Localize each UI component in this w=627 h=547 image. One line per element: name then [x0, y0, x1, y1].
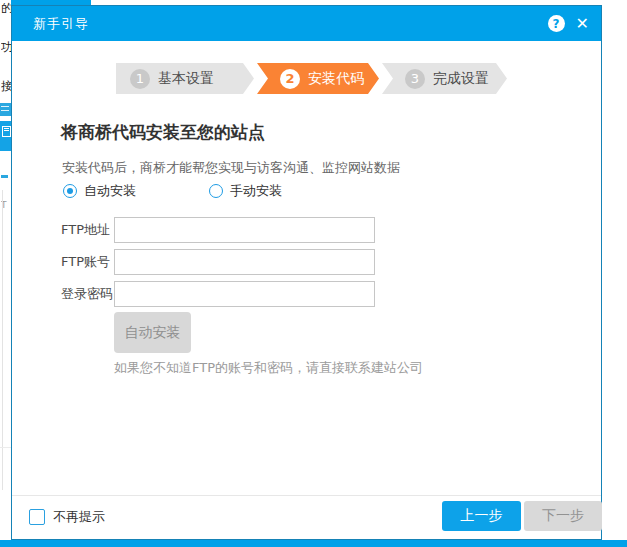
ftp-address-row: FTP地址 [61, 217, 375, 243]
newbie-guide-dialog: 新手引导 ? ✕ 1 基本设置 2 安装代码 3 完成设置 将商桥代码安装至您的… [11, 5, 602, 540]
ftp-address-input[interactable] [114, 217, 375, 243]
radio-label: 自动安装 [84, 182, 136, 200]
step-number-badge: 2 [280, 69, 300, 89]
bg-divider [0, 447, 11, 448]
bg-text-fragment: 接在 [1, 78, 11, 95]
bg-divider [2, 190, 3, 490]
page-subtitle: 安装代码后，商桥才能帮您实现与访客沟通、监控网站数据 [62, 159, 400, 177]
bg-toolbar-fragment [0, 103, 11, 116]
next-step-button[interactable]: 下一步 [524, 501, 602, 531]
radio-auto-install[interactable]: 自动安装 [63, 182, 136, 200]
ftp-hint-text: 如果您不知道FTP的账号和密码，请直接联系建站公司 [114, 359, 423, 377]
ftp-address-label: FTP地址 [61, 221, 114, 239]
radio-unselected-icon[interactable] [209, 184, 223, 198]
dont-remind-checkbox-wrap[interactable]: 不再提示 [29, 508, 105, 526]
ftp-account-label: FTP账号 [61, 253, 114, 271]
prev-step-button[interactable]: 上一步 [442, 501, 521, 531]
login-password-row: 登录密码 [61, 281, 375, 307]
dialog-titlebar: 新手引导 ? ✕ [12, 6, 601, 41]
bg-text-fragment: 的项 [1, 0, 11, 17]
help-icon[interactable]: ? [548, 15, 565, 32]
bg-tab-underline [1, 175, 8, 178]
ftp-account-row: FTP账号 [61, 249, 375, 275]
checkbox-label: 不再提示 [53, 508, 105, 526]
checkbox-unchecked-icon[interactable] [29, 509, 45, 525]
radio-selected-icon[interactable] [63, 184, 77, 198]
document-icon [2, 126, 11, 137]
step-number-badge: 3 [405, 69, 425, 89]
close-icon[interactable]: ✕ [574, 16, 591, 32]
page-title: 将商桥代码安装至您的站点 [61, 121, 265, 144]
bg-text-fragment: 功能 [1, 39, 11, 56]
radio-label: 手动安装 [230, 182, 282, 200]
step-install-code-active: 2 安装代码 [257, 63, 379, 94]
auto-install-button[interactable]: 自动安装 [114, 312, 191, 353]
radio-manual-install[interactable]: 手动安装 [209, 182, 282, 200]
step-number-badge: 1 [130, 69, 150, 89]
step-label: 基本设置 [158, 70, 214, 88]
ftp-account-input[interactable] [114, 249, 375, 275]
dialog-footer: 不再提示 上一步 下一步 [12, 496, 601, 540]
step-label: 完成设置 [433, 70, 489, 88]
step-basic-settings: 1 基本设置 [116, 63, 254, 94]
step-label: 安装代码 [308, 70, 364, 88]
step-finish-settings: 3 完成设置 [382, 63, 507, 94]
login-password-input[interactable] [114, 281, 375, 307]
bg-selected-tab-fragment [0, 121, 11, 151]
login-password-label: 登录密码 [61, 285, 114, 303]
background-window-sliver: 的项 功能 接在 T [0, 0, 11, 547]
install-mode-radios: 自动安装 手动安装 [63, 182, 282, 200]
dialog-title: 新手引导 [33, 15, 89, 33]
bg-bottom-bar [0, 540, 627, 547]
